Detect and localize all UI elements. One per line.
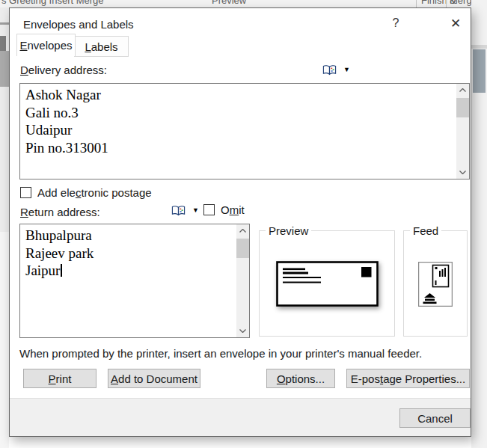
dropdown-arrow-icon: ▼ (343, 66, 350, 73)
tab-envelopes[interactable]: Envelopes (16, 34, 76, 56)
background-block (0, 232, 9, 448)
scrollbar[interactable] (456, 84, 469, 179)
address-book-icon (322, 64, 337, 76)
button-label: Print (49, 372, 72, 385)
scrollbar-thumb[interactable] (456, 98, 469, 117)
ribbon-text: Preview (212, 0, 246, 6)
insert-return-address-button[interactable]: ▼ (171, 203, 199, 218)
background-block (0, 51, 9, 87)
options-button[interactable]: Options... (266, 369, 335, 388)
background-ribbon-strip: s Greeting Insert Merge Preview Finish &… (0, 0, 487, 7)
dropdown-arrow-icon: ▼ (192, 206, 199, 214)
scrollbar[interactable] (236, 224, 249, 337)
button-label: Cancel (417, 412, 453, 425)
cancel-button[interactable]: Cancel (399, 408, 471, 428)
printer-instruction-text: When prompted by the printer, insert an … (19, 347, 422, 360)
add-electronic-postage-checkbox[interactable]: Add electronic postage (20, 186, 152, 199)
help-button[interactable]: ? (384, 14, 408, 32)
dialog-title: Envelopes and Labels (23, 18, 134, 31)
return-address-input[interactable]: Bhupalpura Rajeev park Jaipur (19, 224, 250, 338)
background-scrollbar-thumb (473, 49, 486, 93)
feed-icon[interactable] (418, 262, 453, 310)
omit-checkbox[interactable]: Omit (203, 203, 245, 216)
ribbon-separator (416, 0, 417, 7)
chevron-up-icon (459, 88, 466, 92)
delivery-address-input[interactable]: Ashok Nagar Gali no.3 Udaipur Pin no.313… (19, 83, 470, 179)
chevron-down-icon (459, 171, 466, 174)
scrollbar-up-button[interactable] (456, 84, 469, 96)
background-line (0, 22, 9, 25)
delivery-address-text: Ashok Nagar Gali no.3 Udaipur Pin no.313… (25, 86, 453, 156)
epostage-properties-button[interactable]: E-postage Properties... (346, 369, 470, 388)
scrollbar-down-button[interactable] (236, 325, 249, 337)
ribbon-separator (446, 0, 447, 7)
ribbon-text: s Greeting Insert Merge (1, 0, 104, 6)
feed-group-label: Feed (410, 224, 441, 237)
tab-labels[interactable]: Labels (74, 36, 129, 57)
return-address-label: Return address: (20, 206, 100, 218)
checkbox-box[interactable] (203, 204, 215, 215)
scrollbar-down-button[interactable] (456, 166, 469, 179)
background-scrollbar-edge (471, 45, 487, 49)
scrollbar-thumb[interactable] (236, 239, 249, 258)
button-label: Options... (277, 372, 325, 385)
chevron-up-icon (239, 229, 246, 233)
close-button[interactable]: ✕ (444, 14, 468, 32)
close-icon: ✕ (450, 16, 461, 31)
preview-group-label: Preview (266, 224, 311, 237)
envelopes-and-labels-dialog: Envelopes and Labels ? ✕ Envelopes Label… (9, 7, 471, 437)
dialog-footer: Cancel (10, 398, 471, 436)
feed-group: Feed (403, 230, 468, 337)
preview-group: Preview (259, 230, 395, 337)
envelope-preview-icon[interactable] (276, 261, 379, 310)
checkbox-label: Omit (221, 203, 245, 216)
delivery-address-label: Delivery address: (20, 64, 107, 76)
tab-label: Labels (85, 40, 117, 53)
return-address-text: Bhupalpura Rajeev park Jaipur (25, 227, 233, 280)
chevron-down-icon (239, 329, 246, 333)
text-cursor (61, 264, 62, 277)
checkbox-label: Add electronic postage (37, 186, 152, 199)
button-label: Add to Document (111, 372, 197, 385)
add-to-document-button[interactable]: Add to Document (108, 369, 200, 388)
address-book-icon (171, 205, 186, 216)
tab-label: Envelopes (19, 39, 72, 52)
scrollbar-up-button[interactable] (236, 224, 249, 237)
background-left-strip (0, 7, 9, 448)
button-label: E-postage Properties... (351, 372, 465, 385)
background-block (0, 36, 6, 51)
help-icon: ? (393, 16, 399, 30)
checkbox-box[interactable] (20, 187, 31, 198)
print-button[interactable]: Print (23, 369, 97, 388)
insert-address-button[interactable]: ▼ (322, 62, 350, 77)
